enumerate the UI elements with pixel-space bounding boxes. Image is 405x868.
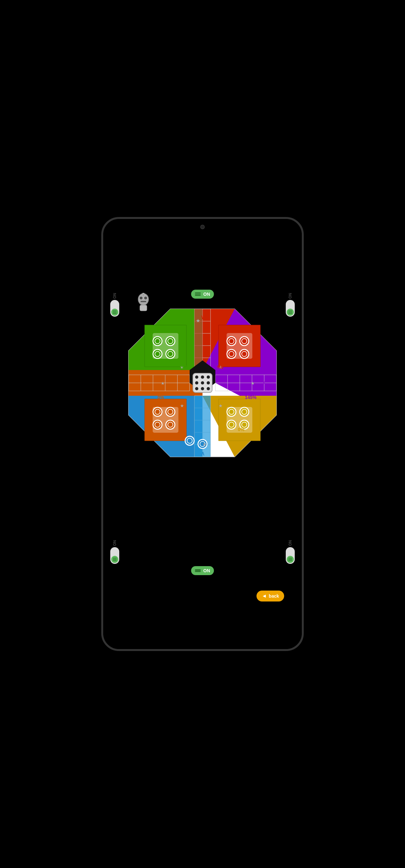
svg-text:0%: 0% <box>186 427 193 432</box>
svg-text:★: ★ <box>251 381 255 386</box>
toggle-tl-label: ON <box>113 293 117 299</box>
svg-point-65 <box>153 337 162 346</box>
toggle-br-knob <box>287 556 294 563</box>
bottom-center-toggle-label: ON <box>204 568 210 573</box>
svg-point-81 <box>153 407 162 416</box>
svg-text:★: ★ <box>196 318 200 323</box>
toggle-bl-label: ON <box>113 540 117 546</box>
svg-point-75 <box>240 337 249 346</box>
svg-point-54 <box>195 387 198 390</box>
svg-point-87 <box>166 420 175 429</box>
svg-point-67 <box>166 337 175 346</box>
svg-point-51 <box>195 381 198 384</box>
phone-screen: ON <box>103 219 302 649</box>
svg-point-49 <box>201 375 204 379</box>
svg-point-83 <box>166 407 175 416</box>
back-button[interactable]: ◄ back <box>256 591 284 601</box>
toggle-tl-knob <box>111 309 118 316</box>
svg-text:∨: ∨ <box>200 314 205 320</box>
svg-point-91 <box>240 407 249 416</box>
toggle-tr-knob <box>287 309 294 316</box>
svg-point-48 <box>195 375 198 379</box>
toggle-top-right[interactable]: ON <box>286 293 295 317</box>
svg-text:0%: 0% <box>157 395 164 400</box>
top-center-toggle-label: ON <box>204 291 210 297</box>
svg-point-56 <box>207 387 210 390</box>
svg-point-73 <box>227 337 236 346</box>
svg-point-71 <box>166 349 175 359</box>
toggle-top-left[interactable]: ON <box>110 293 119 317</box>
svg-rect-5 <box>141 301 146 302</box>
toggle-tr-track <box>286 300 295 317</box>
svg-point-89 <box>227 407 236 416</box>
svg-point-85 <box>153 420 162 429</box>
svg-text:%0: %0 <box>217 365 223 370</box>
svg-text:%0: %0 <box>182 365 188 370</box>
svg-point-79 <box>240 349 249 359</box>
toggle-bottom-left[interactable]: ON <box>110 540 119 564</box>
svg-text:0%: 0% <box>238 427 245 432</box>
svg-point-93 <box>227 420 236 429</box>
svg-text:★: ★ <box>180 403 184 408</box>
toggle-br-track <box>286 547 295 564</box>
svg-text:›: › <box>141 379 143 385</box>
svg-point-53 <box>207 381 210 384</box>
toggle-bl-knob <box>111 556 118 563</box>
svg-text:‹: ‹ <box>263 379 265 385</box>
svg-rect-6 <box>140 305 147 311</box>
svg-point-52 <box>201 381 204 384</box>
svg-text:145%: 145% <box>245 395 256 400</box>
back-arrow-icon: ◄ <box>262 593 267 599</box>
svg-point-4 <box>145 298 146 299</box>
svg-point-69 <box>153 349 162 359</box>
toggle-bottom-right[interactable]: ON <box>286 540 295 564</box>
svg-point-97 <box>185 436 194 445</box>
bottom-center-toggle[interactable]: ON <box>191 566 214 575</box>
toggle-tl-track <box>110 300 119 317</box>
top-center-toggle[interactable]: ON <box>191 290 214 299</box>
toggle-br-label: ON <box>288 540 292 546</box>
toggle-icon-top <box>195 292 201 296</box>
camera-notch <box>200 225 205 229</box>
svg-text:★: ★ <box>161 381 165 386</box>
svg-point-77 <box>227 349 236 359</box>
game-area: ON <box>103 219 302 649</box>
toggle-tr-label: ON <box>288 293 292 299</box>
svg-text:★: ★ <box>219 403 223 408</box>
svg-text:∧: ∧ <box>200 451 205 457</box>
ludo-board[interactable]: ★ ★ ★ ★ ★ ★ ★ ★ ∨ ∧ › ‹ <box>125 306 280 460</box>
phone-frame: ON <box>101 217 304 651</box>
toggle-bl-track <box>110 547 119 564</box>
svg-text:★: ★ <box>202 442 207 447</box>
robot-icon <box>135 293 151 313</box>
svg-text:★: ★ <box>160 403 165 408</box>
toggle-icon-bottom <box>195 569 201 572</box>
back-button-label: back <box>269 593 279 598</box>
svg-point-50 <box>207 375 210 379</box>
svg-point-3 <box>141 298 142 299</box>
svg-point-55 <box>201 387 204 390</box>
